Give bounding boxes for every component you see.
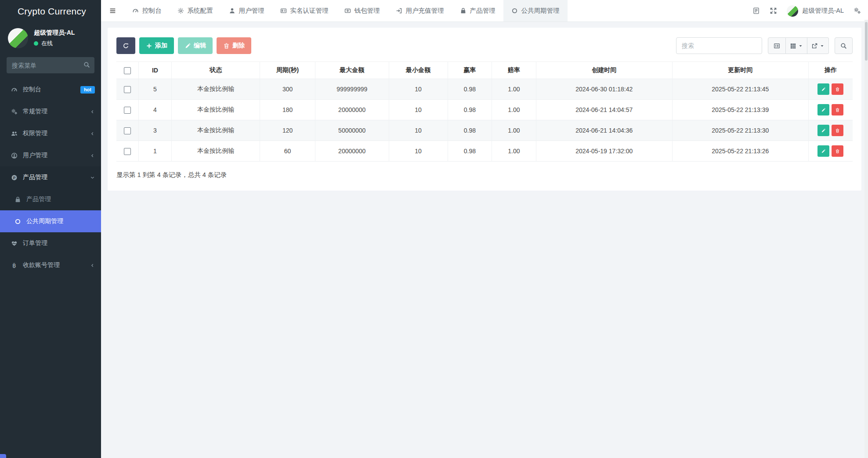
sidebar-item-dashboard[interactable]: 控制台 hot (0, 79, 101, 101)
tab-public-cycle-management[interactable]: 公共周期管理 (503, 0, 568, 22)
delete-row-button[interactable] (832, 145, 843, 157)
fullscreen-icon (770, 7, 777, 14)
edit-row-button[interactable] (817, 145, 829, 157)
row-checkbox[interactable] (124, 148, 131, 155)
chevron-left-icon (90, 263, 95, 268)
table-row[interactable]: 3 本金按比例输 120 50000000 10 0.98 1.00 2024-… (116, 120, 853, 141)
sidebar-item-users[interactable]: 用户管理 (0, 144, 101, 166)
cell-min: 10 (389, 100, 448, 120)
edit-row-button[interactable] (817, 104, 829, 115)
page-scrollbar[interactable] (864, 20, 868, 458)
table-search-input[interactable] (676, 37, 762, 54)
delete-row-button[interactable] (832, 125, 843, 136)
settings-button[interactable] (854, 7, 861, 14)
sidebar-toggle-button[interactable] (101, 0, 124, 22)
sidebar-item-general[interactable]: 常规管理 (0, 101, 101, 123)
plus-icon (146, 43, 152, 49)
nav-tabs: 控制台 系统配置 用户管理 实名认证管理 钱包管理 (124, 0, 568, 22)
tab-user-management[interactable]: 用户管理 (221, 0, 272, 22)
edit-row-button[interactable] (817, 125, 829, 136)
avatar (8, 28, 28, 48)
sidebar-item-products[interactable]: 产品管理 (0, 166, 101, 188)
sidebar-subitem-product-management[interactable]: 产品管理 (0, 188, 101, 210)
table-row[interactable]: 1 本金按比例输 60 20000000 10 0.98 1.00 2024-0… (116, 141, 853, 162)
online-dot-icon (34, 41, 38, 46)
table-row[interactable]: 5 本金按比例输 300 999999999 10 0.98 1.00 2024… (116, 79, 853, 100)
cell-win-rate: 0.98 (448, 141, 492, 162)
data-panel: 添加 编辑 删除 (108, 28, 861, 191)
sidebar-subitem-public-cycle[interactable]: 公共周期管理 (0, 210, 101, 232)
row-checkbox[interactable] (124, 127, 131, 134)
columns-button[interactable] (786, 37, 807, 54)
sidebar-item-label: 订单管理 (23, 239, 47, 247)
sidebar-item-label: 公共周期管理 (26, 217, 63, 225)
table-row[interactable]: 4 本金按比例输 180 20000000 10 0.98 1.00 2024-… (116, 100, 853, 120)
navbar-user-menu[interactable]: 超级管理员-AL (787, 5, 844, 17)
content-area: 添加 编辑 删除 (101, 22, 868, 458)
user-status: 在线 (34, 40, 75, 47)
tab-product-management[interactable]: 产品管理 (452, 0, 503, 22)
cell-period: 60 (260, 141, 315, 162)
tab-identity-verification[interactable]: 实名认证管理 (272, 0, 336, 22)
hamburger-icon (109, 7, 116, 14)
caret-down-icon (820, 43, 825, 48)
pencil-icon (821, 108, 826, 112)
sidebar-item-label: 控制台 (23, 86, 41, 94)
row-checkbox[interactable] (124, 107, 131, 114)
export-button[interactable] (807, 37, 829, 54)
delete-row-button[interactable] (832, 83, 843, 95)
top-navbar: 控制台 系统配置 用户管理 实名认证管理 钱包管理 (101, 0, 868, 22)
tab-dashboard[interactable]: 控制台 (124, 0, 170, 22)
add-button[interactable]: 添加 (139, 37, 174, 54)
menu-search-input[interactable] (7, 57, 94, 73)
chevron-down-icon (90, 175, 95, 180)
delete-button[interactable]: 删除 (217, 37, 251, 54)
refresh-button[interactable] (116, 37, 135, 54)
bitcoin-icon (11, 262, 18, 269)
edit-row-button[interactable] (817, 83, 829, 95)
search-toggle-button[interactable] (835, 37, 853, 54)
avatar (787, 5, 798, 17)
edit-button[interactable]: 编辑 (178, 37, 213, 54)
row-checkbox[interactable] (124, 86, 131, 93)
tab-label: 系统配置 (188, 7, 213, 15)
column-header-actions: 操作 (808, 62, 853, 79)
tab-label: 用户管理 (239, 7, 264, 15)
id-card-icon (280, 7, 287, 14)
pencil-icon (184, 43, 191, 49)
cell-status: 本金按比例输 (172, 120, 260, 141)
gear-icon (177, 7, 184, 14)
page-document-button[interactable] (752, 7, 760, 14)
fullscreen-button[interactable] (770, 7, 777, 14)
main-area: 控制台 系统配置 用户管理 实名认证管理 钱包管理 (101, 0, 868, 458)
sidebar-item-orders[interactable]: 订单管理 (0, 232, 101, 254)
sidebar-item-permissions[interactable]: 权限管理 (0, 123, 101, 144)
sidebar-item-payment-accounts[interactable]: 收款账号管理 (0, 254, 101, 276)
select-all-checkbox[interactable] (124, 67, 131, 74)
shopping-bag-icon (14, 196, 21, 203)
trash-icon (835, 108, 840, 112)
navbar-right: 超级管理员-AL (752, 0, 868, 22)
tab-recharge-management[interactable]: 用户充值管理 (388, 0, 452, 22)
tab-label: 产品管理 (470, 7, 495, 15)
wallet-icon (344, 7, 351, 14)
tab-label: 公共周期管理 (521, 7, 560, 15)
sidebar-bottom-accent (0, 454, 6, 458)
table-header-row: ID 状态 周期(秒) 最大金额 最小金额 赢率 赔率 创建时间 更新时间 操作 (116, 62, 853, 79)
trash-icon (835, 87, 840, 92)
online-status-label: 在线 (41, 40, 53, 47)
search-icon (840, 43, 847, 49)
tab-wallet-management[interactable]: 钱包管理 (336, 0, 388, 22)
column-header-period: 周期(秒) (260, 62, 315, 79)
detail-view-button[interactable] (768, 37, 786, 54)
column-header-min: 最小金额 (389, 62, 448, 79)
sidebar-item-label: 用户管理 (23, 151, 47, 159)
delete-row-button[interactable] (832, 104, 843, 115)
cell-min: 10 (389, 79, 448, 100)
list-view-icon (774, 43, 780, 49)
scrollbar-thumb[interactable] (865, 22, 868, 61)
column-header-win-rate: 赢率 (448, 62, 492, 79)
sidebar-item-label: 收款账号管理 (23, 261, 60, 269)
product-icon (11, 174, 18, 181)
tab-system-config[interactable]: 系统配置 (170, 0, 221, 22)
